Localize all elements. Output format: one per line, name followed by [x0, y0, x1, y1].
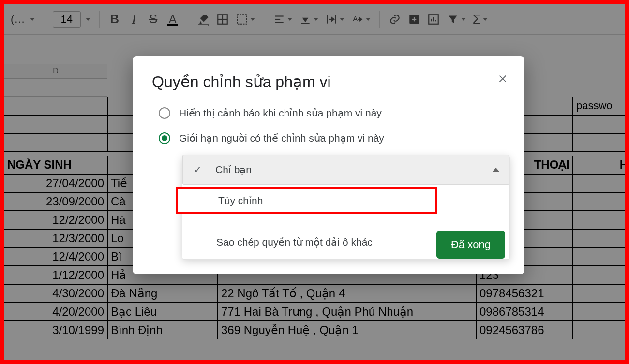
- cell[interactable]: 22 Ngô Tất Tố , Quận 4: [218, 284, 476, 303]
- align-left-icon: [273, 13, 285, 26]
- svg-marker-11: [332, 17, 334, 21]
- cell[interactable]: 12/2/2000: [4, 211, 107, 229]
- range-permissions-dialog: Quyền chỉnh sửa phạm vi Hiển thị cảnh bá…: [133, 56, 524, 274]
- separator: [379, 11, 380, 28]
- close-icon: [497, 73, 508, 84]
- fill-color-button[interactable]: [195, 10, 211, 29]
- cell[interactable]: 12/3/2000: [4, 229, 107, 248]
- cell[interactable]: Bạc Liêu: [107, 303, 218, 321]
- borders-icon: [216, 13, 229, 26]
- toolbar: (... B I S A: [4, 4, 625, 35]
- link-icon: [389, 13, 401, 26]
- close-button[interactable]: [494, 71, 511, 87]
- comment-plus-icon: [408, 13, 420, 26]
- cell[interactable]: [573, 229, 625, 248]
- italic-button[interactable]: I: [126, 10, 142, 29]
- dialog-title: Quyền chỉnh sửa phạm vi: [152, 73, 505, 91]
- cell[interactable]: [573, 303, 625, 321]
- font-size-input[interactable]: [53, 11, 81, 28]
- radio-label: Hiển thị cảnh báo khi chỉnh sửa phạm vi …: [179, 107, 382, 119]
- done-button[interactable]: Đã xong: [436, 231, 505, 259]
- separator: [188, 11, 188, 28]
- text-color-button[interactable]: A: [165, 10, 181, 29]
- caret-down-icon: [86, 18, 90, 21]
- text-wrap-button[interactable]: [323, 10, 346, 29]
- header-ho[interactable]: HỌ: [573, 156, 625, 174]
- cell[interactable]: 0978456321: [476, 284, 573, 303]
- wrap-icon: [325, 13, 338, 26]
- cell[interactable]: [4, 115, 107, 133]
- cell[interactable]: 27/04/2000: [4, 174, 107, 192]
- caret-down-icon: [30, 18, 35, 21]
- cell[interactable]: 4/20/2000: [4, 303, 107, 321]
- caret-down-icon: [461, 18, 466, 21]
- header-ngay-sinh[interactable]: NGÀY SINH: [4, 156, 107, 174]
- cell[interactable]: 3/10/1999: [4, 321, 107, 339]
- cell[interactable]: [573, 266, 625, 284]
- font-name-label: (...: [9, 13, 25, 26]
- radio-icon: [159, 107, 170, 119]
- cell[interactable]: 4/30/2000: [4, 284, 107, 303]
- cell[interactable]: [573, 321, 625, 339]
- merge-cells-button[interactable]: [234, 10, 257, 29]
- separator: [264, 11, 264, 28]
- cell[interactable]: 369 Nguyễn Huệ , Quận 1: [218, 321, 476, 339]
- horizontal-align-button[interactable]: [271, 10, 294, 29]
- cell[interactable]: [573, 211, 625, 229]
- caret-up-icon: [493, 168, 499, 172]
- insert-link-button[interactable]: [387, 10, 403, 29]
- caret-down-icon: [250, 18, 255, 21]
- caret-down-icon: [366, 18, 371, 21]
- dropdown-selected[interactable]: ✓ Chỉ bạn: [182, 155, 509, 185]
- insert-chart-button[interactable]: [425, 10, 442, 29]
- svg-marker-8: [303, 18, 307, 21]
- cell[interactable]: [4, 133, 107, 152]
- cell[interactable]: Bình Định: [107, 321, 218, 339]
- valign-bottom-icon: [299, 13, 312, 26]
- font-name-dropdown[interactable]: (...: [7, 13, 37, 26]
- cell[interactable]: [573, 248, 625, 266]
- filter-icon: [447, 13, 459, 26]
- filter-button[interactable]: [445, 10, 468, 29]
- caret-down-icon: [314, 18, 318, 21]
- insert-comment-button[interactable]: [406, 10, 422, 29]
- text-rotation-button[interactable]: A: [349, 10, 373, 29]
- cell[interactable]: 23/09/2000: [4, 192, 107, 211]
- dropdown-option-custom[interactable]: Tùy chỉnh: [176, 187, 437, 214]
- caret-down-icon: [340, 18, 344, 21]
- cell[interactable]: 0924563786: [476, 321, 573, 339]
- cell[interactable]: [573, 174, 625, 192]
- cell[interactable]: 771 Hai Bà Trưng , Quận Phú Nhuận: [218, 303, 476, 321]
- radio-restrict[interactable]: Giới hạn người có thể chỉnh sửa phạm vi …: [159, 132, 505, 144]
- column-header-D[interactable]: D: [4, 64, 107, 78]
- separator: [99, 11, 100, 28]
- font-size-control[interactable]: [51, 11, 92, 28]
- functions-button[interactable]: Σ: [471, 10, 490, 29]
- cell[interactable]: [4, 78, 107, 97]
- cell[interactable]: [573, 284, 625, 303]
- cell[interactable]: 1/12/2000: [4, 266, 107, 284]
- vertical-align-button[interactable]: [297, 10, 320, 29]
- cell[interactable]: [573, 115, 625, 133]
- cell[interactable]: 12/4/2000: [4, 248, 107, 266]
- radio-checked-icon: [159, 132, 170, 144]
- dropdown-option-label: Sao chép quyền từ một dải ô khác: [216, 236, 373, 248]
- cell[interactable]: 0986785314: [476, 303, 573, 321]
- cell[interactable]: [4, 97, 107, 115]
- separator: [44, 11, 44, 28]
- caret-down-icon: [287, 18, 292, 21]
- radio-label: Giới hạn người có thể chỉnh sửa phạm vi …: [179, 132, 384, 144]
- cell[interactable]: [573, 192, 625, 211]
- dropdown-selected-label: Chỉ bạn: [215, 164, 252, 175]
- radio-show-warning[interactable]: Hiển thị cảnh báo khi chỉnh sửa phạm vi …: [159, 107, 505, 119]
- cell[interactable]: Đà Nẵng: [107, 284, 218, 303]
- merge-icon: [236, 13, 248, 26]
- bold-button[interactable]: B: [106, 10, 123, 29]
- caret-down-icon: [483, 18, 488, 21]
- dropdown-option-label: Tùy chỉnh: [218, 195, 263, 206]
- cell[interactable]: [573, 133, 625, 152]
- svg-text:A: A: [353, 15, 358, 23]
- borders-button[interactable]: [214, 10, 231, 29]
- chart-icon: [427, 13, 440, 26]
- strikethrough-button[interactable]: S: [145, 10, 162, 29]
